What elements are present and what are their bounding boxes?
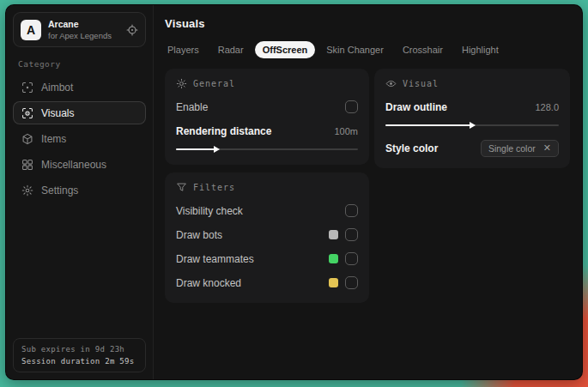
filters-panel: Filters Visibility check Draw bots Draw …	[165, 172, 369, 303]
enable-checkbox[interactable]	[345, 100, 358, 113]
slider-fill	[385, 124, 472, 126]
app-name: Arcane	[48, 19, 119, 29]
filter-checkbox-draw-teammates[interactable]	[345, 252, 358, 265]
tab-offscreen[interactable]: OffScreen	[255, 41, 316, 58]
box-icon	[21, 133, 33, 145]
sidebar-item-label: Aimbot	[41, 82, 73, 94]
color-swatch[interactable]	[329, 254, 338, 263]
slider-thumb[interactable]	[470, 122, 476, 129]
app-logo: A	[21, 20, 41, 40]
style-color-value: Single color	[488, 143, 536, 154]
sidebar-item-label: Settings	[41, 184, 78, 197]
eye-icon	[385, 78, 397, 89]
slider-fill	[176, 148, 216, 150]
sidebar-item-settings[interactable]: Settings	[13, 178, 146, 202]
brand-text: Arcane for Apex Legends	[48, 19, 119, 40]
filters-panel-header: Filters	[176, 182, 358, 193]
filter-label: Draw knocked	[176, 277, 322, 289]
sidebar-spacer	[13, 202, 146, 338]
sidebar-item-label: Visuals	[41, 107, 74, 119]
rendering-distance-row: Rendering distance 100m	[176, 122, 358, 140]
rendering-distance-slider[interactable]	[176, 145, 358, 154]
sun-gear-icon	[176, 78, 187, 89]
tab-bar: PlayersRadarOffScreenSkin ChangerCrossha…	[160, 41, 570, 58]
left-column: General Enable Rendering distance 100m	[165, 69, 369, 303]
filter-row-draw-teammates: Draw teammates	[176, 250, 358, 268]
filter-row-draw-bots: Draw bots	[176, 226, 358, 244]
page-title: Visuals	[165, 17, 570, 30]
sidebar-item-label: Items	[41, 133, 66, 145]
right-column: Visual Draw outline 128.0 Style color	[374, 69, 570, 168]
general-panel: General Enable Rendering distance 100m	[165, 69, 369, 165]
color-swatch[interactable]	[329, 230, 338, 239]
visual-panel: Visual Draw outline 128.0 Style color	[374, 69, 570, 168]
scan-eye-icon	[21, 107, 33, 119]
filter-label: Visibility check	[176, 205, 338, 217]
visual-panel-title: Visual	[403, 79, 439, 88]
sidebar-item-aimbot[interactable]: Aimbot	[13, 76, 146, 99]
category-label: Category	[18, 59, 141, 69]
filter-checkbox-visibility-check[interactable]	[345, 204, 358, 217]
sidebar-item-items[interactable]: Items	[13, 127, 146, 150]
session-duration-text: Session duration 2m 59s	[21, 357, 137, 366]
tab-players[interactable]: Players	[160, 41, 207, 58]
main-content: Visuals PlayersRadarOffScreenSkin Change…	[154, 5, 582, 379]
rendering-distance-value: 100m	[334, 126, 358, 136]
style-color-label: Style color	[385, 142, 474, 154]
enable-row: Enable	[176, 98, 358, 116]
slider-thumb[interactable]	[214, 146, 220, 153]
sidebar-item-miscellaneous[interactable]: Miscellaneous	[13, 153, 146, 176]
filters-rows: Visibility check Draw bots Draw teammate…	[176, 202, 358, 292]
brand-card: A Arcane for Apex Legends	[13, 12, 146, 47]
remove-tag-icon[interactable]: ✕	[543, 143, 551, 153]
tab-skin-changer[interactable]: Skin Changer	[318, 41, 391, 58]
color-swatch[interactable]	[329, 278, 338, 287]
subscription-status-card: Sub expires in 9d 23h Session duration 2…	[13, 338, 146, 372]
general-panel-header: General	[176, 78, 358, 89]
gear-icon	[21, 184, 33, 197]
filter-label: Draw teammates	[176, 253, 322, 265]
funnel-icon	[176, 182, 187, 193]
style-color-row: Style color Single color ✕	[385, 139, 559, 157]
filter-checkbox-draw-knocked[interactable]	[345, 276, 358, 289]
filter-label: Draw bots	[176, 229, 322, 241]
general-panel-title: General	[193, 79, 235, 88]
filter-row-visibility-check: Visibility check	[176, 202, 358, 220]
grid-icon	[21, 159, 33, 171]
draw-outline-row: Draw outline 128.0	[385, 98, 559, 116]
tab-crosshair[interactable]: Crosshair	[395, 41, 451, 58]
draw-outline-value: 128.0	[535, 102, 559, 112]
target-icon[interactable]	[126, 24, 138, 36]
draw-outline-label: Draw outline	[385, 101, 528, 113]
draw-outline-slider[interactable]	[385, 121, 559, 130]
sidebar: A Arcane for Apex Legends Category Aimbo…	[6, 5, 154, 379]
panel-columns: General Enable Rendering distance 100m	[165, 69, 570, 303]
visual-panel-header: Visual	[385, 78, 559, 89]
style-color-select[interactable]: Single color ✕	[481, 140, 559, 157]
crosshair-scan-icon	[21, 82, 33, 94]
tab-highlight[interactable]: Highlight	[454, 41, 506, 58]
filter-row-draw-knocked: Draw knocked	[176, 274, 358, 292]
rendering-distance-label: Rendering distance	[176, 125, 327, 137]
tab-radar[interactable]: Radar	[210, 41, 252, 58]
sidebar-nav: Aimbot Visuals Items Miscellaneous Setti…	[13, 76, 146, 202]
filter-checkbox-draw-bots[interactable]	[345, 228, 358, 241]
app-window: A Arcane for Apex Legends Category Aimbo…	[5, 4, 583, 380]
sub-expires-text: Sub expires in 9d 23h	[21, 345, 137, 354]
enable-label: Enable	[176, 101, 338, 113]
app-subtitle: for Apex Legends	[48, 31, 119, 40]
filters-panel-title: Filters	[193, 183, 235, 192]
sidebar-item-visuals[interactable]: Visuals	[13, 101, 146, 124]
sidebar-item-label: Miscellaneous	[41, 159, 106, 171]
